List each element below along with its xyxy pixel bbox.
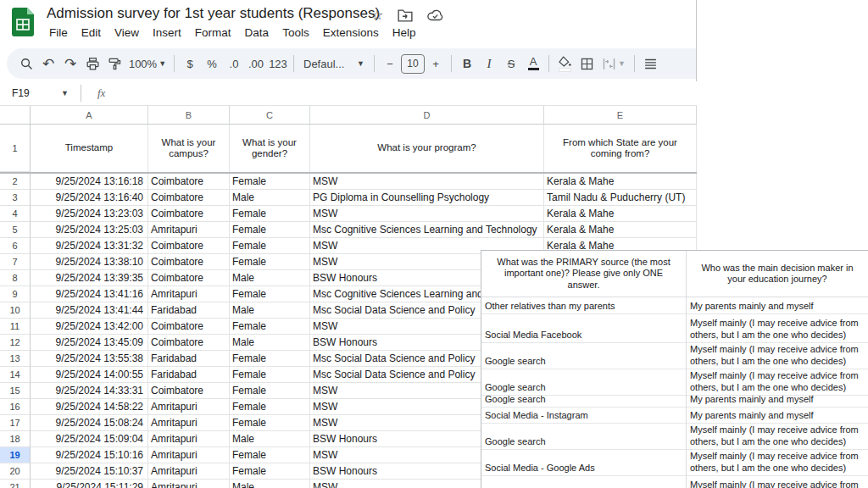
cell[interactable]: 9/25/2024 13:25:03: [31, 222, 148, 238]
cloud-saved-icon[interactable]: [427, 9, 443, 21]
row-number[interactable]: 14: [0, 367, 31, 383]
cell[interactable]: 9/25/2024 13:41:16: [31, 286, 148, 302]
cell[interactable]: Kerala & Mahe: [544, 174, 697, 190]
row-number[interactable]: 17: [0, 415, 31, 431]
cell[interactable]: 9/25/2024 13:55:38: [31, 351, 148, 367]
cell[interactable]: Coimbatore: [148, 190, 230, 206]
more-formats-button[interactable]: 123: [267, 53, 289, 75]
undo-button[interactable]: ↶: [37, 53, 59, 75]
cell[interactable]: Female: [230, 415, 310, 431]
cell[interactable]: 9/25/2024 13:16:40: [31, 190, 148, 206]
cell[interactable]: 9/25/2024 15:11:29: [31, 480, 148, 488]
text-color-button[interactable]: A: [522, 53, 544, 75]
row-number[interactable]: 6: [0, 238, 31, 254]
borders-button[interactable]: [576, 53, 598, 75]
cell[interactable]: Female: [230, 367, 310, 383]
increase-decimal-button[interactable]: .00: [245, 53, 267, 75]
paint-format-button[interactable]: [103, 53, 125, 75]
cell[interactable]: MSW: [310, 206, 544, 222]
cell[interactable]: 9/25/2024 15:08:24: [31, 415, 148, 431]
strikethrough-button[interactable]: S: [500, 53, 522, 75]
cell[interactable]: Amritapuri: [148, 480, 230, 488]
row-number[interactable]: 20: [0, 463, 31, 480]
row-number[interactable]: 1: [0, 125, 31, 172]
menu-file[interactable]: File: [42, 25, 75, 41]
name-box[interactable]: F19: [0, 87, 61, 99]
cell[interactable]: Female: [230, 222, 310, 238]
cell[interactable]: Coimbatore: [148, 335, 230, 351]
cell[interactable]: Amritapuri: [148, 447, 230, 463]
cell[interactable]: Female: [230, 238, 310, 254]
cell[interactable]: Female: [230, 174, 310, 190]
column-header-d[interactable]: D: [310, 106, 544, 125]
cell[interactable]: 9/25/2024 13:41:44: [31, 302, 148, 319]
cell[interactable]: 9/25/2024 13:45:09: [31, 335, 148, 351]
cell[interactable]: 9/25/2024 14:33:31: [31, 383, 148, 399]
increase-font-size-button[interactable]: +: [425, 53, 447, 75]
cell[interactable]: Faridabad: [148, 302, 230, 319]
cell[interactable]: 9/25/2024 13:16:18: [31, 174, 148, 190]
cell[interactable]: Coimbatore: [148, 254, 230, 270]
cell[interactable]: Female: [230, 383, 310, 399]
cell[interactable]: Female: [230, 319, 310, 335]
menu-data[interactable]: Data: [238, 25, 276, 41]
merge-cells-button[interactable]: ▼: [598, 53, 630, 75]
cell[interactable]: 9/25/2024 15:10:37: [31, 463, 148, 480]
cell[interactable]: Amritapuri: [148, 431, 230, 447]
bold-button[interactable]: B: [456, 53, 478, 75]
move-to-folder-icon[interactable]: [398, 9, 413, 22]
cell[interactable]: Faridabad: [148, 367, 230, 383]
cell[interactable]: Male: [230, 270, 310, 286]
redo-button[interactable]: ↷: [59, 53, 81, 75]
decrease-font-size-button[interactable]: −: [379, 53, 401, 75]
cell[interactable]: PG Diploma in Counselling Psychology: [310, 190, 544, 206]
cell[interactable]: 9/25/2024 13:38:10: [31, 254, 148, 270]
cell[interactable]: Amritapuri: [148, 463, 230, 480]
cell[interactable]: Coimbatore: [148, 206, 230, 222]
cell[interactable]: Male: [230, 190, 310, 206]
menu-insert[interactable]: Insert: [146, 25, 188, 41]
cell[interactable]: Amritapuri: [148, 415, 230, 431]
row-number[interactable]: 10: [0, 302, 31, 319]
cell[interactable]: Female: [230, 399, 310, 415]
row-number[interactable]: 15: [0, 383, 31, 399]
star-icon[interactable]: ☆: [371, 8, 383, 22]
format-currency-button[interactable]: $: [179, 53, 201, 75]
cell[interactable]: MSW: [310, 174, 544, 190]
row-number[interactable]: 13: [0, 351, 31, 367]
cell[interactable]: Female: [230, 351, 310, 367]
row-number[interactable]: 2: [0, 174, 31, 190]
cell[interactable]: Coimbatore: [148, 383, 230, 399]
cell[interactable]: 9/25/2024 14:00:55: [31, 367, 148, 383]
cell[interactable]: Tamil Nadu & Puducherry (UT): [544, 190, 697, 206]
row-number[interactable]: 21: [0, 480, 31, 488]
cell[interactable]: Coimbatore: [148, 319, 230, 335]
horizontal-align-button[interactable]: [639, 53, 661, 75]
cell[interactable]: Amritapuri: [148, 222, 230, 238]
format-percent-button[interactable]: %: [201, 53, 223, 75]
column-header-c[interactable]: C: [230, 106, 310, 125]
font-size-input[interactable]: 10: [401, 54, 425, 74]
cell[interactable]: 9/25/2024 13:23:03: [31, 206, 148, 222]
cell[interactable]: Msc Cognitive Sciences Learning and Tech…: [310, 222, 544, 238]
cell[interactable]: 9/25/2024 15:10:16: [31, 447, 148, 463]
font-select[interactable]: Defaul...▼: [298, 53, 370, 75]
row-number[interactable]: 9: [0, 286, 31, 302]
menu-tools[interactable]: Tools: [275, 25, 316, 41]
row-number[interactable]: 4: [0, 206, 31, 222]
cell[interactable]: Amritapuri: [148, 399, 230, 415]
cell[interactable]: From which State are your coming from?: [544, 125, 697, 172]
cell[interactable]: Male: [230, 480, 310, 488]
cell[interactable]: Female: [230, 254, 310, 270]
formula-input[interactable]: [105, 81, 697, 105]
row-number[interactable]: 18: [0, 431, 31, 447]
cell[interactable]: Female: [230, 286, 310, 302]
cell[interactable]: Coimbatore: [148, 238, 230, 254]
cell[interactable]: Male: [230, 431, 310, 447]
cell[interactable]: Male: [230, 335, 310, 351]
menu-view[interactable]: View: [108, 25, 146, 41]
menu-extensions[interactable]: Extensions: [316, 25, 386, 41]
decrease-decimal-button[interactable]: .0: [223, 53, 245, 75]
search-icon[interactable]: [15, 53, 37, 75]
cell[interactable]: Faridabad: [148, 351, 230, 367]
